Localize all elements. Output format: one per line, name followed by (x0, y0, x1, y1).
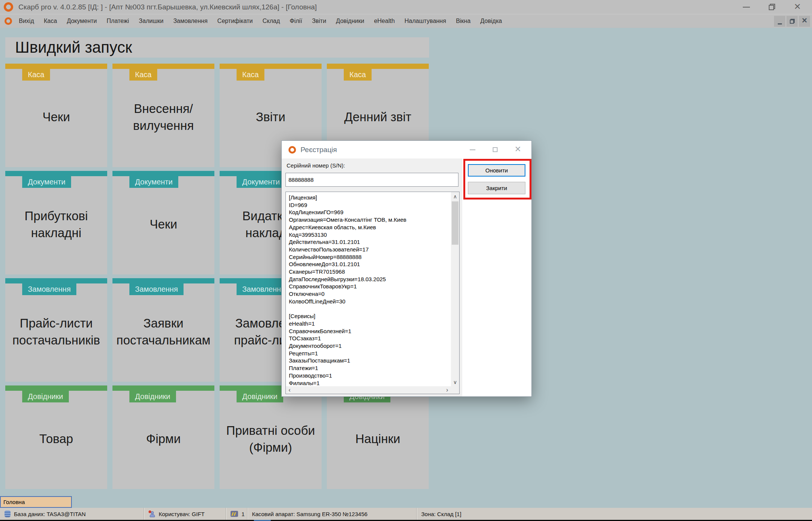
tile-label: Чеки (116, 176, 211, 273)
registration-dialog: Реєстрація Серійний номер (S/N): [Лиценз… (281, 140, 532, 397)
tile-kasa-cheky[interactable]: Каса Чеки (5, 64, 107, 167)
zone-label: Зона: Склад [1] (421, 511, 461, 517)
close-icon (802, 17, 807, 25)
tile-dovidnyky-firmy[interactable]: Довідники Фірми (112, 385, 214, 489)
dialog-titlebar[interactable]: Реєстрація (282, 141, 531, 158)
menu-item-zvity[interactable]: Звіти (312, 18, 326, 24)
status-zone: Зона: Склад [1] (417, 508, 812, 520)
restore-icon (790, 19, 795, 24)
mdi-workspace: Швидкий запуск Каса Чеки Каса Внесення/в… (0, 28, 812, 508)
database-icon (5, 510, 11, 517)
menu-item-sertyfikaty[interactable]: Сертифікати (217, 18, 253, 24)
tile-label: Націнки (331, 391, 425, 487)
menu-item-vykhid[interactable]: Вихід (19, 18, 34, 24)
statusbar: База даних: TASA3@TITAN Користувач: GIFT… (0, 508, 812, 520)
tile-label: Внесення/вилучення (116, 69, 211, 166)
menu-item-nalashtuvannia[interactable]: Налаштування (405, 18, 446, 24)
scrollbar-thumb[interactable] (452, 201, 458, 245)
app-logo-icon (4, 2, 13, 12)
dialog-title: Реєстрація (301, 146, 337, 154)
tile-label: Прайс-листи постачальників (9, 283, 103, 380)
tile-color-bar (5, 278, 107, 283)
scrollbar-corner (451, 386, 459, 394)
mdi-restore-button[interactable] (786, 16, 798, 27)
tile-label: Товар (9, 391, 103, 487)
serial-number-label: Серійний номер (S/N): (287, 162, 345, 169)
tile-color-bar (112, 278, 214, 283)
status-register-count: 1 (226, 508, 247, 520)
minimize-icon[interactable] (743, 7, 750, 8)
register-label: Касовий апарат: Samsung ER-350 №123456 (252, 511, 367, 517)
tile-kasa-vnesennia-vyluchennia[interactable]: Каса Внесення/вилучення (112, 64, 214, 167)
tile-color-bar (112, 385, 214, 391)
tile-color-bar (327, 64, 429, 69)
menu-item-kasa[interactable]: Каса (44, 18, 57, 24)
menu-item-sklad[interactable]: Склад (263, 18, 280, 24)
app-logo-icon (288, 146, 296, 154)
scroll-left-icon[interactable]: ‹ (286, 386, 293, 394)
menu-item-dovidka[interactable]: Довідка (480, 18, 502, 24)
tile-dokumenty-prybutkovi-nakladni[interactable]: Документи Прибуткові накладні (5, 171, 107, 274)
page-title: Швидкий запуск (5, 38, 132, 56)
menu-item-vikna[interactable]: Вікна (456, 18, 471, 24)
menu-item-platezhi[interactable]: Платежі (107, 18, 129, 24)
user-icon (149, 510, 155, 518)
scroll-up-icon[interactable]: ∧ (451, 192, 459, 201)
license-textbox[interactable]: [Лицензия] ID=969 КодЛицензииГО=969 Орга… (285, 192, 460, 394)
scroll-down-icon[interactable]: ∨ (451, 378, 459, 386)
menu-item-dovidnyky[interactable]: Довідники (336, 18, 364, 24)
tile-label: Заявки постачальникам (116, 283, 211, 380)
tile-label: Чеки (9, 69, 103, 166)
menu-item-ehealth[interactable]: eHealth (374, 18, 395, 24)
register-count-label: 1 (241, 511, 244, 517)
minimize-icon (778, 23, 782, 24)
tile-dovidnyky-pryvatni-osoby[interactable]: Довідники Приватні особи (Фірми) (220, 385, 322, 489)
serial-number-input[interactable] (285, 173, 458, 187)
tab-holovna[interactable]: Головна (0, 496, 72, 508)
quick-launch-header: Швидкий запуск (5, 37, 429, 58)
tile-color-bar (5, 64, 107, 69)
tile-dovidnyky-natsinky[interactable]: Довідники Націнки (327, 385, 429, 489)
status-register: Касовий апарат: Samsung ER-350 №123456 (247, 508, 417, 520)
user-label: Користувач: GIFT (159, 511, 205, 517)
tile-label: Прибуткові накладні (9, 176, 103, 273)
tile-label: Приватні особи (Фірми) (223, 391, 318, 487)
menu-item-dokumenty[interactable]: Документи (67, 18, 97, 24)
vertical-scrollbar[interactable]: ∧ ∨ (451, 192, 459, 386)
menu-item-filii[interactable]: Філії (290, 18, 302, 24)
maximize-icon[interactable] (493, 147, 498, 152)
license-text: [Лицензия] ID=969 КодЛицензииГО=969 Орга… (286, 192, 451, 386)
tile-color-bar (112, 64, 214, 69)
mdi-close-button[interactable] (799, 16, 810, 27)
horizontal-scrollbar[interactable]: ‹ › (286, 386, 451, 394)
mdi-minimize-button[interactable] (774, 16, 785, 27)
menubar: Вихід Каса Документи Платежі Залишки Зам… (0, 14, 812, 28)
database-label: База даних: TASA3@TITAN (14, 511, 86, 517)
tile-color-bar (112, 171, 214, 176)
menu-item-zalyshky[interactable]: Залишки (139, 18, 164, 24)
tile-dokumenty-cheky[interactable]: Документи Чеки (112, 171, 214, 274)
status-user: Користувач: GIFT (144, 508, 226, 520)
close-button[interactable]: Закрити (468, 182, 525, 194)
cash-register-icon (231, 511, 238, 517)
restore-icon[interactable] (769, 4, 775, 10)
status-database: База даних: TASA3@TITAN (0, 508, 144, 520)
close-icon[interactable] (794, 3, 801, 12)
tile-color-bar (220, 64, 322, 69)
tile-color-bar (5, 171, 107, 176)
menu-item-zamovlennia[interactable]: Замовлення (173, 18, 208, 24)
mdi-child-icon[interactable] (5, 17, 12, 25)
tile-color-bar (5, 385, 107, 391)
tile-zamovlennia-zaiavky-postachalnykam[interactable]: Замовлення Заявки постачальникам (112, 278, 214, 382)
tile-label: Фірми (116, 391, 211, 487)
close-icon[interactable] (515, 146, 521, 154)
window-title: Скарб pro v. 4.0.2.85 [ІД: ] - [Апт №003… (18, 3, 317, 11)
update-button[interactable]: Оновити (468, 164, 525, 177)
user-status-dot (149, 510, 151, 513)
tile-zamovlennia-price-lysty-postachalnykiv[interactable]: Замовлення Прайс-листи постачальників (5, 278, 107, 382)
tile-dovidnyky-tovar[interactable]: Довідники Товар (5, 385, 107, 489)
minimize-icon[interactable] (470, 149, 475, 150)
scroll-right-icon[interactable]: › (443, 386, 451, 394)
titlebar: Скарб pro v. 4.0.2.85 [ІД: ] - [Апт №003… (0, 0, 812, 14)
